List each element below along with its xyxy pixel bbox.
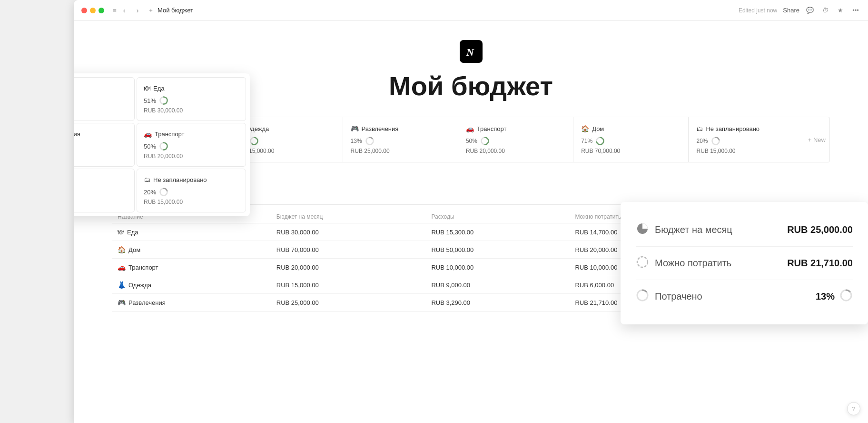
card-amount: RUB 70,000.00 xyxy=(581,148,681,154)
percent-label: 20% xyxy=(696,138,708,144)
card-name: Транспорт xyxy=(477,125,507,132)
overlay-card-amount: RUB 15,000.00 xyxy=(74,107,128,114)
card-amount: RUB 15,000.00 xyxy=(235,148,335,154)
window: ≡ ‹ › + Мой бюджет Edited just now Share… xyxy=(74,0,868,423)
row-budget: RUB 30,000.00 xyxy=(271,223,426,241)
row-icon: 👗 xyxy=(118,281,126,289)
gallery-card[interactable]: 🚗 Транспорт 50% RUB 20,000.00 xyxy=(458,117,573,162)
overlay-card-name: Не запланировано xyxy=(153,176,207,183)
overlay-card-percent: 71% xyxy=(74,187,128,197)
help-button[interactable]: ? xyxy=(847,402,860,415)
overlay-card-amount: RUB 15,000.00 xyxy=(144,199,239,205)
overlay-card-name: Еда xyxy=(153,85,165,92)
svg-point-37 xyxy=(637,257,648,267)
close-button[interactable] xyxy=(81,8,87,13)
comment-icon[interactable]: 💬 xyxy=(805,6,815,15)
card-percent: 60% xyxy=(235,136,335,146)
menu-icon[interactable]: ≡ xyxy=(110,6,119,15)
popup-row: Потрачено 13% xyxy=(636,280,853,313)
history-icon[interactable]: ⏱ xyxy=(820,6,830,15)
card-icon: 🗂 xyxy=(696,125,703,132)
card-header: 🏠 Дом xyxy=(581,125,681,132)
row-icon: 🚗 xyxy=(118,263,126,271)
overlay-card-header: 🚗 Транспорт xyxy=(144,130,239,138)
percent-label: 50% xyxy=(466,138,477,144)
popup-label-text: Потрачено xyxy=(655,291,702,302)
overlay-card[interactable]: 🎮 Развлечения 13% RUB 25,000.00 xyxy=(74,123,135,167)
overlay-card-percent: 13% xyxy=(74,141,128,151)
nav-controls: ‹ › xyxy=(119,6,142,15)
overlay-card-icon: 🚗 xyxy=(144,130,152,138)
row-budget: RUB 70,000.00 xyxy=(271,241,426,259)
row-expenses: RUB 9,000.00 xyxy=(425,276,569,294)
gallery-card[interactable]: 🗂 Не запланировано 20% RUB 15,000.00 xyxy=(689,117,804,162)
card-name: Не запланировано xyxy=(706,125,760,132)
add-icon[interactable]: + xyxy=(146,6,156,15)
card-percent: 13% xyxy=(351,136,450,146)
titlebar: ≡ ‹ › + Мой бюджет Edited just now Share… xyxy=(74,0,868,21)
popup-row: Бюджет на месяц RUB 25,000.00 xyxy=(636,213,853,247)
card-percent: 50% xyxy=(466,136,565,146)
more-icon[interactable]: ••• xyxy=(851,6,860,15)
star-icon[interactable]: ★ xyxy=(836,6,845,15)
overlay-card-icon: 🗂 xyxy=(144,176,150,183)
minimize-button[interactable] xyxy=(90,8,96,13)
row-name-text: Еда xyxy=(127,229,138,236)
col-header-1: Бюджет на месяц xyxy=(271,211,426,223)
overlay-card-percent: 51% xyxy=(144,96,239,105)
popup-value-text: RUB 21,710.00 xyxy=(787,258,853,269)
new-button[interactable]: + New xyxy=(804,117,829,162)
overlay-card-header: 🍽 Еда xyxy=(144,84,239,92)
popup-icon xyxy=(636,289,649,304)
gallery-card[interactable]: 🎮 Развлечения 13% RUB 25,000.00 xyxy=(343,117,458,162)
titlebar-actions: Edited just now Share 💬 ⏱ ★ ••• xyxy=(739,6,860,15)
overlay-card[interactable]: 🚗 Транспорт 50% RUB 20,000.00 xyxy=(137,123,246,167)
overlay-card[interactable]: 🍽 Еда 51% RUB 30,000.00 xyxy=(137,77,246,121)
overlay-pct-label: 50% xyxy=(144,143,156,150)
row-expenses: RUB 3,290.00 xyxy=(425,294,569,312)
share-button[interactable]: Share xyxy=(783,7,799,14)
overlay-card-name: Развлечения xyxy=(74,131,80,138)
back-icon[interactable]: ‹ xyxy=(119,6,129,15)
card-icon: 🚗 xyxy=(466,125,474,132)
row-name-cell: 🍽 Еда xyxy=(112,223,271,241)
overlay-card-header: 🎮 Развлечения xyxy=(74,130,128,138)
row-name-text: Развлечения xyxy=(128,299,166,306)
percent-label: 71% xyxy=(581,138,592,144)
overlay-card[interactable]: 👗 Одежда 60% RUB 15,000.00 xyxy=(74,77,135,121)
overlay-card-header: 👗 Одежда xyxy=(74,84,128,92)
overlay-card-amount: RUB 30,000.00 xyxy=(144,107,239,114)
popup-row: Можно потратить RUB 21,710.00 xyxy=(636,247,853,280)
popup-value: 13% xyxy=(816,289,853,304)
row-expenses: RUB 15,300.00 xyxy=(425,223,569,241)
overlay-card-percent: 50% xyxy=(144,141,239,151)
card-icon: 🎮 xyxy=(351,125,359,132)
popup-icon xyxy=(636,255,649,271)
svg-text:N: N xyxy=(466,46,474,58)
overlay-card-amount: RUB 25,000.00 xyxy=(74,153,128,160)
gallery-card[interactable]: 🏠 Дом 71% RUB 70,000.00 xyxy=(573,117,689,162)
forward-icon[interactable]: › xyxy=(133,6,142,15)
popup-value-text: 13% xyxy=(816,291,835,302)
col-header-2: Расходы xyxy=(425,211,569,223)
overlay-card[interactable]: 🏠 Дом 71% RUB 70,000.00 xyxy=(74,169,135,212)
overlay-card[interactable]: 🗂 Не запланировано 20% RUB 15,000.00 xyxy=(137,169,246,212)
notion-logo: N xyxy=(460,40,483,63)
row-name-cell: 🏠 Дом xyxy=(112,241,271,259)
card-header: 🗂 Не запланировано xyxy=(696,125,796,132)
row-name-cell: 👗 Одежда xyxy=(112,276,271,294)
popup-card: Бюджет на месяц RUB 25,000.00 Можно потр… xyxy=(621,202,868,324)
page-title-bar: Мой бюджет xyxy=(158,7,193,14)
row-icon: 🏠 xyxy=(118,246,126,253)
maximize-button[interactable] xyxy=(99,8,104,13)
popup-ring xyxy=(839,289,853,304)
row-budget: RUB 20,000.00 xyxy=(271,259,426,276)
row-budget: RUB 15,000.00 xyxy=(271,276,426,294)
card-percent: 20% xyxy=(696,136,796,146)
card-header: 🎮 Развлечения xyxy=(351,125,450,132)
popup-value-text: RUB 25,000.00 xyxy=(787,224,853,235)
row-name-cell: 🎮 Развлечения xyxy=(112,294,271,312)
card-percent: 71% xyxy=(581,136,681,146)
row-expenses: RUB 50,000.00 xyxy=(425,241,569,259)
row-name-text: Транспорт xyxy=(128,264,158,271)
